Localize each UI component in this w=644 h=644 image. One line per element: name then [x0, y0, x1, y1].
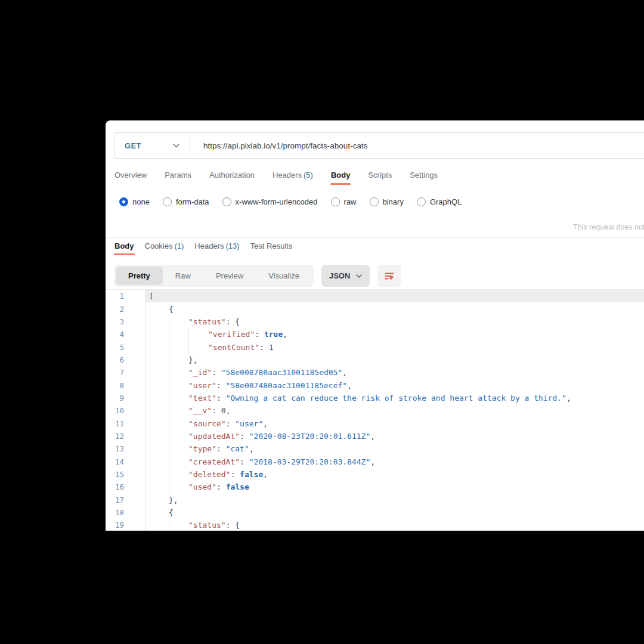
- code-line-content: "source": "user",: [146, 417, 644, 429]
- code-line: 7"_id": "58e008780aac31001185ed05",: [106, 366, 644, 379]
- code-line: 18{: [106, 506, 644, 519]
- line-number: 11: [106, 417, 146, 429]
- line-number: 6: [106, 354, 146, 366]
- api-client-window: GET https://api.pixlab.io/v1/prompt/fact…: [106, 120, 644, 531]
- view-pretty[interactable]: Pretty: [116, 267, 163, 285]
- line-number: 4: [106, 328, 146, 340]
- body-mode-raw[interactable]: raw: [331, 197, 357, 206]
- code-line: 10"__v": 0,: [106, 404, 644, 417]
- body-mode-urlencoded[interactable]: x-www-form-urlencoded: [222, 197, 318, 206]
- code-line-content: "_id": "58e008780aac31001185ed05",: [146, 366, 644, 379]
- request-url-bar: GET https://api.pixlab.io/v1/prompt/fact…: [114, 132, 644, 159]
- section-divider: [106, 237, 644, 238]
- code-line: 8"user": "58e007480aac31001185ecef",: [106, 379, 644, 391]
- code-line-content: "deleted": false,: [146, 468, 644, 481]
- code-line: 11"source": "user",: [106, 417, 644, 429]
- line-number: 3: [106, 315, 146, 328]
- radio-label: form-data: [176, 197, 209, 206]
- code-line-content: [: [146, 290, 644, 302]
- code-line: 3"status": {: [106, 315, 644, 328]
- code-line-content: },: [146, 494, 644, 506]
- code-line-content: "createdAt": "2018-03-29T20:20:03.844Z",: [146, 455, 644, 467]
- empty-body-note: This request does not have a body: [106, 223, 644, 231]
- chevron-down-icon: [173, 144, 179, 148]
- code-line-content: "type": "cat",: [146, 442, 644, 455]
- code-line-content: "status": {: [146, 315, 644, 328]
- line-number: 10: [106, 404, 146, 417]
- line-number: 15: [106, 468, 146, 481]
- body-mode-binary[interactable]: binary: [370, 197, 404, 206]
- code-line: 4"verified": true,: [106, 328, 644, 340]
- code-line-content: "sentCount": 1: [146, 340, 644, 353]
- tab-label: Settings: [410, 171, 438, 179]
- radio-label: none: [132, 197, 150, 206]
- tab-settings[interactable]: Settings: [410, 171, 438, 179]
- response-tab-body[interactable]: Body: [114, 242, 134, 250]
- line-number: 12: [106, 430, 146, 442]
- code-line: 15"deleted": false,: [106, 468, 644, 481]
- line-number: 2: [106, 302, 146, 315]
- tab-label: Body: [114, 242, 134, 250]
- tab-authorization[interactable]: Authorization: [209, 171, 255, 179]
- code-line-content: "__v": 0,: [146, 404, 644, 417]
- line-number: 13: [106, 442, 146, 455]
- tab-overview[interactable]: Overview: [114, 171, 147, 179]
- code-line-content: {: [146, 302, 644, 315]
- tab-count: (1): [174, 242, 184, 250]
- url-input[interactable]: https://api.pixlab.io/v1/prompt/facts-ab…: [190, 133, 367, 158]
- radio-icon: [163, 197, 172, 206]
- response-view-row: Pretty Raw Preview Visualize JSON: [114, 265, 401, 287]
- format-dropdown[interactable]: JSON: [321, 265, 370, 287]
- format-label: JSON: [329, 271, 350, 280]
- response-code[interactable]: 1[2{3"status": {4"verified": true,5"sent…: [106, 289, 644, 531]
- radio-icon: [370, 197, 379, 206]
- body-mode-graphql[interactable]: GraphQL: [417, 197, 462, 206]
- response-tab-cookies[interactable]: Cookies(1): [145, 242, 184, 250]
- response-tab-headers[interactable]: Headers(13): [194, 242, 239, 250]
- tab-label: Headers: [273, 171, 302, 179]
- code-line: 2{: [106, 302, 644, 315]
- radio-selected-icon: [119, 197, 128, 206]
- tab-params[interactable]: Params: [165, 171, 191, 179]
- line-number: 1: [106, 290, 146, 302]
- line-number: 14: [106, 455, 146, 467]
- tab-label: Scripts: [368, 171, 392, 179]
- code-line: 19"status": {: [106, 519, 644, 531]
- line-number: 9: [106, 392, 146, 404]
- code-line-content: "user": "58e007480aac31001185ecef",: [146, 379, 644, 391]
- code-line-content: "text": "Owning a cat can reduce the ris…: [146, 392, 644, 404]
- tab-label: Overview: [114, 171, 147, 179]
- code-line: 14"createdAt": "2018-03-29T20:20:03.844Z…: [106, 455, 644, 467]
- view-preview[interactable]: Preview: [203, 267, 256, 285]
- tab-body[interactable]: Body: [331, 171, 351, 179]
- tab-count: (5): [304, 171, 313, 179]
- code-line: 16"used": false: [106, 481, 644, 493]
- response-tab-test-results[interactable]: Test Results: [250, 242, 293, 250]
- radio-label: binary: [383, 197, 404, 206]
- wrap-text-icon: [384, 271, 395, 281]
- body-mode-form-data[interactable]: form-data: [163, 197, 209, 206]
- body-mode-radios: none form-data x-www-form-urlencoded raw…: [119, 197, 462, 206]
- tab-scripts[interactable]: Scripts: [368, 171, 392, 179]
- body-mode-none[interactable]: none: [119, 197, 150, 206]
- code-line: 6},: [106, 354, 644, 366]
- radio-label: GraphQL: [430, 197, 462, 206]
- tab-count: (13): [226, 242, 240, 250]
- code-line: 17},: [106, 494, 644, 506]
- view-visualize[interactable]: Visualize: [256, 267, 312, 285]
- response-tabs: Body Cookies(1) Headers(13) Test Results: [114, 242, 292, 250]
- radio-icon: [222, 197, 231, 206]
- chevron-down-icon: [356, 274, 362, 278]
- line-number: 8: [106, 379, 146, 391]
- line-number: 17: [106, 494, 146, 506]
- method-dropdown[interactable]: GET: [114, 133, 190, 158]
- tab-headers[interactable]: Headers(5): [273, 171, 313, 179]
- code-line: 12"updatedAt": "2020-08-23T20:20:01.611Z…: [106, 430, 644, 442]
- tab-label: Headers: [194, 242, 224, 250]
- radio-label: x-www-form-urlencoded: [236, 197, 318, 206]
- tab-label: Cookies: [145, 242, 173, 250]
- wrap-text-button[interactable]: [377, 265, 401, 287]
- line-number: 18: [106, 506, 146, 519]
- view-raw[interactable]: Raw: [163, 267, 203, 285]
- code-line-content: "used": false: [146, 481, 644, 493]
